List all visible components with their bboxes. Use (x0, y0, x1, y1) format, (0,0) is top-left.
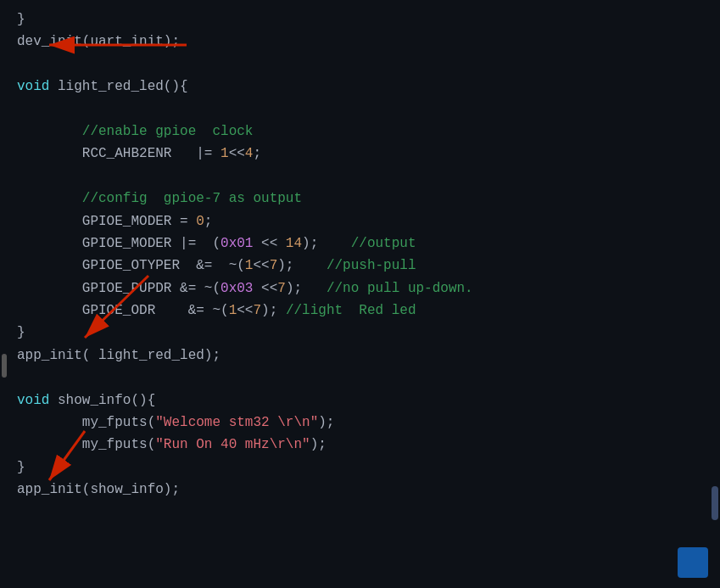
code-token: ); (261, 303, 286, 318)
code-line: //enable gpioe clock (17, 120, 703, 143)
code-token: } (17, 325, 25, 340)
code-token: ; (204, 214, 213, 229)
code-token: << (237, 303, 253, 318)
code-line (17, 367, 703, 389)
code-line: my_fputs("Run On 40 mHz\r\n"); (17, 434, 703, 456)
code-line: } (17, 8, 703, 31)
code-line: void show_info(){ (17, 389, 703, 412)
code-token: void (17, 393, 49, 408)
code-token: //push-pull (327, 258, 416, 273)
code-line (17, 53, 703, 76)
code-content: } dev_init(uart_init); void light_red_le… (17, 8, 703, 501)
code-token: GPIOE_MODER = (17, 214, 196, 229)
code-token: dev_init(uart_init); (17, 34, 180, 49)
code-line: //config gpioe-7 as output (17, 188, 703, 210)
code-token: show_info(){ (49, 393, 155, 408)
code-token: //enable gpioe clock (17, 124, 253, 139)
code-line: GPIOE_MODER |= (0x01 << 14); //output (17, 232, 703, 255)
code-token: "Welcome stm32 \r\n" (155, 415, 318, 430)
code-line (17, 165, 703, 188)
code-line: } (17, 456, 703, 479)
code-token: 7 (270, 258, 278, 273)
code-token: 1 (245, 258, 254, 273)
left-scrollbar-indicator (2, 354, 7, 378)
code-line: GPIOE_ODR &= ~(1<<7); //light Red led (17, 300, 703, 322)
code-token: app_init( light_red_led); (17, 348, 220, 363)
code-line: GPIOE_PUPDR &= ~(0x03 <<7); //no pull up… (17, 277, 703, 300)
code-line: app_init( light_red_led); (17, 344, 703, 367)
code-token: 7 (253, 303, 261, 318)
code-token: ); (310, 437, 327, 452)
code-token: << (229, 146, 245, 161)
code-token: 0 (196, 214, 204, 229)
code-token: 0x03 (220, 281, 253, 296)
code-token: //light Red led (286, 303, 416, 318)
code-token: ); (286, 281, 327, 296)
code-token: ); (318, 415, 334, 430)
code-token: 1 (220, 146, 229, 161)
code-line: dev_init(uart_init); (17, 31, 703, 53)
code-token: } (17, 460, 25, 475)
code-token: light_red_led(){ (49, 79, 187, 94)
code-token: app_init(show_info); (17, 482, 180, 497)
code-line: RCC_AHB2ENR |= 1<<4; (17, 143, 703, 165)
code-token: << (253, 258, 269, 273)
code-token: GPIOE_ODR &= ~( (17, 303, 229, 318)
code-line: app_init(show_info); (17, 479, 703, 501)
code-line (17, 98, 703, 120)
code-token: 7 (277, 281, 286, 296)
code-line: my_fputs("Welcome stm32 \r\n"); (17, 412, 703, 434)
code-token: 0x01 (220, 236, 253, 251)
code-token: "Run On 40 mHz\r\n" (155, 437, 310, 452)
code-token: << (253, 281, 277, 296)
code-token: //config gpioe-7 as output (17, 191, 302, 206)
code-token: 14 (286, 236, 302, 251)
code-token: //output (351, 236, 416, 251)
code-token: ); (277, 258, 327, 273)
code-token: << (253, 236, 285, 251)
code-line: void light_red_led(){ (17, 76, 703, 98)
bottom-right-icon (678, 547, 708, 578)
code-token: ); (302, 236, 351, 251)
code-token: my_fputs( (17, 437, 155, 452)
code-token: GPIOE_MODER |= ( (17, 236, 220, 251)
code-line: } (17, 322, 703, 344)
code-token: my_fputs( (17, 415, 155, 430)
code-token: GPIOE_OTYPER &= ~( (17, 258, 245, 273)
code-token: } (17, 12, 25, 27)
code-token: RCC_AHB2ENR |= (17, 146, 220, 161)
code-editor: } dev_init(uart_init); void light_red_le… (0, 0, 720, 588)
code-token: GPIOE_PUPDR &= ~( (17, 281, 220, 296)
code-token: ; (253, 146, 261, 161)
code-line: GPIOE_MODER = 0; (17, 210, 703, 232)
code-token: void (17, 79, 49, 94)
scrollbar[interactable] (712, 486, 718, 520)
code-token: 1 (229, 303, 237, 318)
code-line: GPIOE_OTYPER &= ~(1<<7); //push-pull (17, 255, 703, 277)
code-token: //no pull up-down. (327, 281, 473, 296)
